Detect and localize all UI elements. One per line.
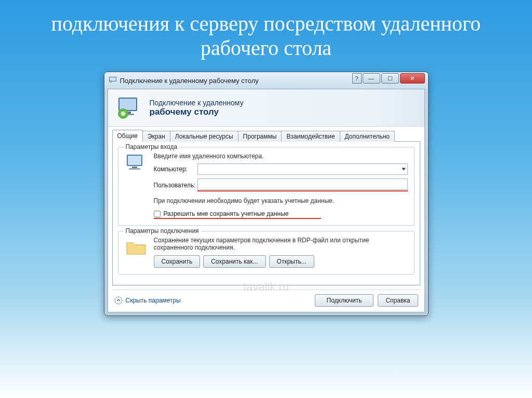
annotation-underline-checkbox xyxy=(154,218,322,219)
save-credentials-checkbox[interactable] xyxy=(154,211,161,217)
slide-title: подключения к серверу посредством удален… xyxy=(4,4,528,60)
user-label: Пользователь: xyxy=(154,182,194,189)
minimize-button[interactable]: — xyxy=(363,73,380,84)
maximize-button[interactable]: ☐ xyxy=(381,73,399,84)
help-button[interactable]: Справка xyxy=(378,294,418,307)
window-title: Подключение к удаленному рабочему столу xyxy=(120,77,259,85)
header-line1: Подключение к удаленному xyxy=(150,99,244,107)
connect-button[interactable]: Подключить xyxy=(315,294,374,307)
titlebar[interactable]: Подключение к удаленному рабочему столу … xyxy=(104,72,428,89)
app-icon xyxy=(109,75,117,86)
login-groupbox: Параметры входа Введите имя удаленного к… xyxy=(118,147,415,226)
folder-icon xyxy=(125,237,148,268)
login-hint: При подключении необходимо будет указать… xyxy=(154,197,408,204)
annotation-underline-user xyxy=(197,190,408,191)
svg-rect-10 xyxy=(132,167,137,168)
connection-groupbox: Параметры подключения Сохранение текущих… xyxy=(118,231,415,275)
save-as-button[interactable]: Сохранить как... xyxy=(203,255,265,268)
svg-point-12 xyxy=(115,297,122,304)
header-line2: рабочему столу xyxy=(150,107,244,117)
save-credentials-label: Разрешить мне сохранять учетные данные xyxy=(164,210,289,217)
rdp-window: Подключение к удаленному рабочему столу … xyxy=(104,72,429,316)
connection-legend: Параметры подключения xyxy=(124,227,201,235)
tabs: Общие Экран Локальные ресурсы Программы … xyxy=(112,131,420,142)
connection-desc: Сохранение текущих параметров подключени… xyxy=(154,237,408,251)
collapse-icon xyxy=(114,296,123,305)
save-button[interactable]: Сохранить xyxy=(154,255,201,268)
close-button[interactable]: ✕ xyxy=(400,73,425,84)
header-banner: Подключение к удаленному рабочему столу xyxy=(108,89,424,127)
tab-experience[interactable]: Взаимодействие xyxy=(281,131,340,142)
computer-label: Компьютер: xyxy=(154,166,194,173)
chevron-down-icon[interactable] xyxy=(402,168,406,171)
computer-icon xyxy=(125,153,151,177)
tab-display[interactable]: Экран xyxy=(142,131,170,142)
tab-general[interactable]: Общие xyxy=(112,130,143,142)
computer-input[interactable] xyxy=(197,163,408,175)
tab-body-general: Параметры входа Введите имя удаленного к… xyxy=(112,141,420,285)
help-icon[interactable]: ? xyxy=(352,73,362,84)
svg-rect-11 xyxy=(129,168,140,170)
tab-programs[interactable]: Программы xyxy=(238,131,282,142)
computer-combo[interactable] xyxy=(197,163,408,175)
svg-rect-4 xyxy=(119,99,136,110)
watermark: tavalik.ru xyxy=(243,280,289,294)
svg-rect-9 xyxy=(128,156,141,165)
tab-advanced[interactable]: Дополнительно xyxy=(340,131,395,142)
open-button[interactable]: Открыть... xyxy=(269,255,314,268)
save-credentials-row[interactable]: Разрешить мне сохранять учетные данные xyxy=(154,210,408,217)
login-legend: Параметры входа xyxy=(124,143,180,150)
login-prompt: Введите имя удаленного компьютера. xyxy=(154,153,408,160)
hide-params-link[interactable]: Скрыть параметры xyxy=(114,296,181,305)
tab-local-resources[interactable]: Локальные ресурсы xyxy=(170,131,238,142)
rdp-large-icon xyxy=(115,94,142,121)
user-input[interactable] xyxy=(197,179,408,190)
